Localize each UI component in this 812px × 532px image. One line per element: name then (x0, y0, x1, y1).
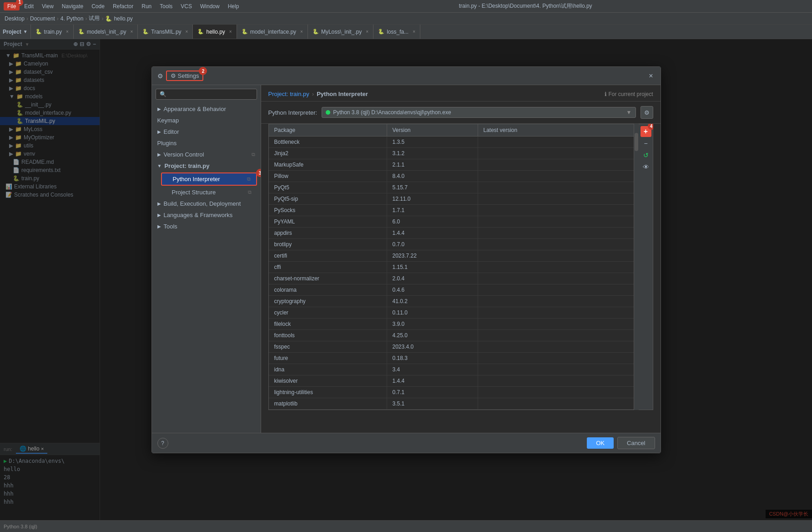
tab-transmil[interactable]: 🐍 TransMIL.py × (138, 25, 193, 39)
tab-close[interactable]: × (366, 29, 368, 34)
run-menu[interactable]: Run (138, 2, 155, 10)
table-row[interactable]: cycler 0.11.0 (269, 307, 634, 319)
package-latest (478, 273, 634, 284)
table-row[interactable]: PyQt5 5.15.7 (269, 182, 634, 193)
tab-hello[interactable]: 🐍 hello.py × (193, 25, 237, 39)
column-latest: Latest version (478, 124, 634, 136)
nav-keymap[interactable]: Keymap (152, 115, 261, 126)
table-row[interactable]: MarkupSafe 2.1.1 (269, 159, 634, 171)
package-version: 1.4.4 (387, 228, 478, 238)
tab-close[interactable]: × (229, 29, 232, 34)
table-row[interactable]: matplotlib 3.5.1 (269, 398, 634, 410)
package-version: 0.18.3 (387, 353, 478, 364)
modal-close-button[interactable]: × (647, 72, 655, 80)
nav-editor[interactable]: ▶ Editor (152, 126, 261, 137)
nav-version-control[interactable]: ▶ Version Control ⧉ (152, 149, 261, 160)
breadcrumb-file-name[interactable]: hello.py (114, 15, 132, 22)
package-latest (478, 148, 634, 159)
breadcrumb-python[interactable]: 4. Python (61, 15, 84, 22)
table-row[interactable]: idna 3.4 (269, 364, 634, 375)
window-menu[interactable]: Window (197, 2, 223, 10)
package-latest (478, 250, 634, 261)
nav-tools[interactable]: ▶ Tools (152, 221, 261, 232)
tools-menu[interactable]: Tools (156, 2, 176, 10)
package-version: 0.7.0 (387, 239, 478, 250)
interpreter-settings-button[interactable]: ⚙ (641, 106, 653, 119)
tab-close[interactable]: × (413, 29, 415, 34)
inspect-package-button[interactable]: 👁 (641, 162, 651, 172)
nav-project-structure[interactable]: Project Structure ⧉ (161, 187, 257, 198)
table-row[interactable]: filelock 3.9.0 (269, 319, 634, 330)
table-row[interactable]: PyQt5-sip 12.11.0 (269, 193, 634, 205)
table-scrollbar[interactable] (634, 124, 639, 410)
table-row[interactable]: future 0.18.3 (269, 353, 634, 364)
nav-appearance[interactable]: ▶ Appearance & Behavior (152, 103, 261, 115)
tab-close[interactable]: × (186, 29, 188, 34)
breadcrumb-document[interactable]: Document (30, 15, 55, 22)
tab-model-interface[interactable]: 🐍 model_interface.py × (237, 25, 308, 39)
nav-plugins[interactable]: Plugins (152, 137, 261, 149)
package-version: 0.7.1 (387, 387, 478, 398)
help-menu[interactable]: Help (224, 2, 243, 10)
table-row[interactable]: PySocks 1.7.1 (269, 205, 634, 216)
code-menu[interactable]: Code (88, 2, 108, 10)
breadcrumb-desktop[interactable]: Desktop (5, 15, 25, 22)
package-version: 8.4.0 (387, 171, 478, 182)
breadcrumb-usage[interactable]: 试用 (89, 15, 100, 22)
interpreter-select[interactable]: Python 3.8 (qjl) D:\Anaconda\envs\qjl\py… (322, 107, 635, 118)
refresh-package-button[interactable]: ↺ (641, 150, 651, 161)
edit-menu[interactable]: Edit (20, 2, 37, 10)
table-row[interactable]: charset-normalizer 2.0.4 (269, 273, 634, 284)
settings-button-highlighted[interactable]: ⚙ Settings 2 (166, 71, 204, 81)
package-name: fsspec (269, 341, 387, 352)
package-table: Package Version Latest version Bottlenec… (268, 124, 634, 410)
help-button[interactable]: ? (157, 438, 168, 449)
package-latest (478, 239, 634, 250)
table-row[interactable]: lightning-utilities 0.7.1 (269, 387, 634, 398)
scrollbar-thumb[interactable] (635, 133, 638, 151)
vcs-menu[interactable]: VCS (177, 2, 196, 10)
refactor-menu[interactable]: Refactor (109, 2, 137, 10)
tab-loss-fa[interactable]: 🐍 loss_fa... × (373, 25, 420, 39)
package-latest (478, 319, 634, 329)
ok-button[interactable]: OK (587, 437, 614, 449)
nav-python-interpreter[interactable]: Python Interpreter ⧉ 3 (161, 172, 257, 186)
remove-package-button[interactable]: − (641, 138, 651, 149)
settings-search-input[interactable] (156, 89, 257, 100)
table-row[interactable]: colorama 0.4.6 (269, 284, 634, 296)
table-row[interactable]: Pillow 8.4.0 (269, 171, 634, 182)
table-row[interactable]: PyYAML 6.0 (269, 216, 634, 228)
table-row[interactable]: Jinja2 3.1.2 (269, 148, 634, 159)
nav-project[interactable]: ▼ Project: train.py (152, 160, 261, 172)
package-version: 3.4 (387, 364, 478, 375)
view-menu[interactable]: View (38, 2, 57, 10)
table-row[interactable]: appdirs 1.4.4 (269, 228, 634, 239)
modal-body: ▶ Appearance & Behavior Keymap ▶ Editor … (152, 85, 661, 433)
add-package-button[interactable]: + 4 (641, 126, 651, 137)
package-name: Bottleneck (269, 137, 387, 147)
table-row[interactable]: Bottleneck 1.3.5 (269, 137, 634, 148)
tab-train-py[interactable]: 🐍 train.py × (31, 25, 74, 39)
table-row[interactable]: fsspec 2023.4.0 (269, 341, 634, 353)
navigate-menu[interactable]: Navigate (58, 2, 87, 10)
file-menu[interactable]: File 1 (4, 2, 20, 10)
table-row[interactable]: cryptography 41.0.2 (269, 296, 634, 307)
tab-icon: 🐍 (313, 29, 319, 35)
table-row[interactable]: fonttools 4.25.0 (269, 330, 634, 341)
breadcrumb-project[interactable]: Project: train.py (268, 91, 309, 97)
breadcrumb-file[interactable]: 🐍 (105, 15, 112, 22)
table-row[interactable]: brotlipy 0.7.0 (269, 239, 634, 250)
settings-breadcrumb: Project: train.py › Python Interpreter ℹ… (261, 85, 661, 101)
tab-close[interactable]: × (66, 29, 69, 34)
tab-myloss-init[interactable]: 🐍 MyLoss\_init_.py × (308, 25, 373, 39)
cancel-button[interactable]: Cancel (617, 437, 655, 449)
tab-models-init[interactable]: 🐍 models\_init_.py × (74, 25, 138, 39)
table-row[interactable]: certifi 2023.7.22 (269, 250, 634, 262)
table-row[interactable]: cffi 1.15.1 (269, 262, 634, 273)
nav-build-exec[interactable]: ▶ Build, Execution, Deployment (152, 198, 261, 209)
nav-languages[interactable]: ▶ Languages & Frameworks (152, 209, 261, 221)
table-row[interactable]: kiwisolver 1.4.4 (269, 375, 634, 387)
tab-close[interactable]: × (300, 29, 303, 34)
settings-content: Project: train.py › Python Interpreter ℹ… (261, 85, 661, 433)
tab-close[interactable]: × (131, 29, 133, 34)
